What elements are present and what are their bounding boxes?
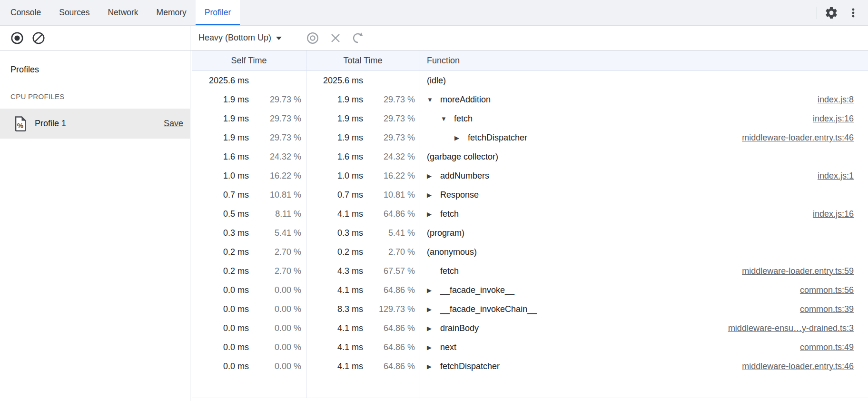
self-time-percent: 0.00 % xyxy=(249,342,306,352)
self-time-ms: 0.2 ms xyxy=(192,266,249,276)
column-header-total-time[interactable]: Total Time xyxy=(306,56,420,66)
total-time-ms: 4.1 ms xyxy=(306,209,363,219)
tree-expand-arrow-icon[interactable]: ▶ xyxy=(427,211,440,218)
tree-expand-arrow-icon[interactable]: ▶ xyxy=(427,172,440,180)
table-row[interactable]: 1.9 ms29.73 %1.9 ms29.73 %▼fetchindex.js… xyxy=(192,109,868,128)
tab-profiler[interactable]: Profiler xyxy=(196,0,240,25)
table-row[interactable]: 0.0 ms0.00 %8.3 ms129.73 %▶__facade_invo… xyxy=(192,300,868,319)
profile-list-item[interactable]: % Profile 1 Save xyxy=(0,109,190,139)
table-row[interactable]: 1.9 ms29.73 %1.9 ms29.73 %▼moreAdditioni… xyxy=(192,90,868,109)
view-mode-select[interactable]: Heavy (Bottom Up) xyxy=(198,33,282,43)
total-time-percent: 29.73 % xyxy=(363,133,420,143)
table-row[interactable]: 1.0 ms16.22 %1.0 ms16.22 %▶addNumbersind… xyxy=(192,166,868,185)
total-time-ms: 1.9 ms xyxy=(306,114,363,124)
self-time-cell: 0.0 ms0.00 % xyxy=(192,361,306,371)
source-location-link[interactable]: index.js:8 xyxy=(808,95,854,105)
function-cell: ▶fetchindex.js:16 xyxy=(420,209,868,219)
total-time-percent: 64.86 % xyxy=(363,285,420,295)
self-time-percent: 24.32 % xyxy=(249,152,306,162)
total-time-ms: 4.1 ms xyxy=(306,361,363,371)
function-cell: (garbage collector) xyxy=(420,152,868,162)
table-row[interactable]: 2025.6 ms2025.6 ms(idle) xyxy=(192,71,868,90)
source-location-link[interactable]: index.js:16 xyxy=(803,209,854,219)
chevron-down-icon xyxy=(276,37,282,40)
tab-console[interactable]: Console xyxy=(1,0,50,25)
table-row[interactable]: 1.9 ms29.73 %1.9 ms29.73 %▶fetchDispatch… xyxy=(192,128,868,147)
source-location-link[interactable]: common.ts:49 xyxy=(790,342,854,352)
table-row[interactable]: 1.6 ms24.32 %1.6 ms24.32 %(garbage colle… xyxy=(192,147,868,166)
self-time-ms: 1.0 ms xyxy=(192,171,249,181)
column-divider[interactable] xyxy=(192,50,192,398)
source-location-link[interactable]: common.ts:56 xyxy=(790,285,854,295)
function-cell: ▶nextcommon.ts:49 xyxy=(420,342,868,352)
tree-expand-arrow-icon[interactable]: ▶ xyxy=(427,344,440,351)
tree-expand-arrow-icon[interactable]: ▶ xyxy=(454,134,468,141)
function-name: (idle) xyxy=(427,76,446,86)
tab-network[interactable]: Network xyxy=(99,0,147,25)
function-name: fetch xyxy=(440,209,459,219)
total-time-percent: 64.86 % xyxy=(363,361,420,371)
column-divider[interactable] xyxy=(420,50,420,398)
kebab-menu-icon[interactable] xyxy=(846,6,860,20)
tree-expand-arrow-icon[interactable]: ▶ xyxy=(427,363,440,370)
total-time-ms: 4.1 ms xyxy=(306,323,363,333)
source-location-link[interactable]: index.js:16 xyxy=(803,114,854,124)
tab-sources[interactable]: Sources xyxy=(50,0,99,25)
function-name: drainBody xyxy=(440,323,479,333)
tree-expand-arrow-icon[interactable]: ▼ xyxy=(441,115,454,122)
source-location-link[interactable]: middleware-loader.entry.ts:59 xyxy=(732,266,854,276)
tree-expand-arrow-icon[interactable]: ▼ xyxy=(427,96,440,103)
tree-expand-arrow-icon[interactable]: ▶ xyxy=(427,287,440,294)
total-time-percent: 64.86 % xyxy=(363,209,420,219)
column-header-self-time[interactable]: Self Time xyxy=(192,56,306,66)
function-cell: ▶fetchDispatchermiddleware-loader.entry.… xyxy=(420,361,868,371)
total-time-ms: 1.9 ms xyxy=(306,95,363,105)
self-time-ms: 1.6 ms xyxy=(192,152,249,162)
source-location-link[interactable]: middleware-ensu…y-drained.ts:3 xyxy=(719,323,854,333)
source-location-link[interactable]: middleware-loader.entry.ts:46 xyxy=(732,133,854,143)
reload-icon[interactable] xyxy=(351,31,365,45)
table-row[interactable]: 0.7 ms10.81 %0.7 ms10.81 %▶Response xyxy=(192,185,868,204)
self-time-ms: 1.9 ms xyxy=(192,114,249,124)
function-name: __facade_invokeChain__ xyxy=(440,304,537,314)
block-clear-icon[interactable] xyxy=(31,31,46,45)
source-location-link[interactable]: middleware-loader.entry.ts:46 xyxy=(732,361,854,371)
table-row[interactable]: 0.0 ms0.00 %4.1 ms64.86 %▶nextcommon.ts:… xyxy=(192,338,868,357)
total-time-cell: 4.1 ms64.86 % xyxy=(306,285,420,295)
self-time-cell: 1.6 ms24.32 % xyxy=(192,152,306,162)
table-row[interactable]: 0.0 ms0.00 %4.1 ms64.86 %▶drainBodymiddl… xyxy=(192,319,868,338)
profiler-toolbar: Heavy (Bottom Up) xyxy=(0,26,868,50)
table-row[interactable]: 0.2 ms2.70 %0.2 ms2.70 %(anonymous) xyxy=(192,242,868,261)
tree-expand-arrow-icon[interactable]: ▶ xyxy=(427,325,440,332)
tree-expand-arrow-icon[interactable]: ▶ xyxy=(427,306,440,313)
self-time-percent: 0.00 % xyxy=(249,304,306,314)
profile-name: Profile 1 xyxy=(35,119,66,129)
self-time-cell: 0.0 ms0.00 % xyxy=(192,342,306,352)
table-row[interactable]: 0.2 ms2.70 %4.3 ms67.57 %fetchmiddleware… xyxy=(192,261,868,281)
function-name: __facade_invoke__ xyxy=(440,285,514,295)
table-row[interactable]: 0.5 ms8.11 %4.1 ms64.86 %▶fetchindex.js:… xyxy=(192,204,868,223)
table-row[interactable]: 0.3 ms5.41 %0.3 ms5.41 %(program) xyxy=(192,223,868,242)
table-row[interactable]: 0.0 ms0.00 %4.1 ms64.86 %▶__facade_invok… xyxy=(192,281,868,300)
save-profile-link[interactable]: Save xyxy=(164,119,183,129)
close-icon[interactable] xyxy=(328,31,343,45)
vertical-divider xyxy=(817,7,817,19)
tab-memory[interactable]: Memory xyxy=(148,0,196,25)
total-time-percent: 2.70 % xyxy=(363,247,420,257)
function-cell: (program) xyxy=(420,228,868,238)
self-time-ms: 0.5 ms xyxy=(192,209,249,219)
eye-icon[interactable] xyxy=(306,31,320,45)
column-header-function[interactable]: Function xyxy=(420,56,868,66)
total-time-cell: 0.3 ms5.41 % xyxy=(306,228,420,238)
source-location-link[interactable]: common.ts:39 xyxy=(790,304,854,314)
column-divider[interactable] xyxy=(306,50,306,398)
self-time-percent: 2.70 % xyxy=(249,266,306,276)
self-time-cell: 1.9 ms29.73 % xyxy=(192,114,306,124)
record-icon[interactable] xyxy=(10,31,24,45)
table-row[interactable]: 0.0 ms0.00 %4.1 ms64.86 %▶fetchDispatche… xyxy=(192,357,868,376)
bottom-up-grid: Self Time Total Time Function 2025.6 ms2… xyxy=(192,50,868,398)
tree-expand-arrow-icon[interactable]: ▶ xyxy=(427,191,440,199)
source-location-link[interactable]: index.js:1 xyxy=(808,171,854,181)
gear-icon[interactable] xyxy=(824,6,838,20)
self-time-percent: 29.73 % xyxy=(249,114,306,124)
